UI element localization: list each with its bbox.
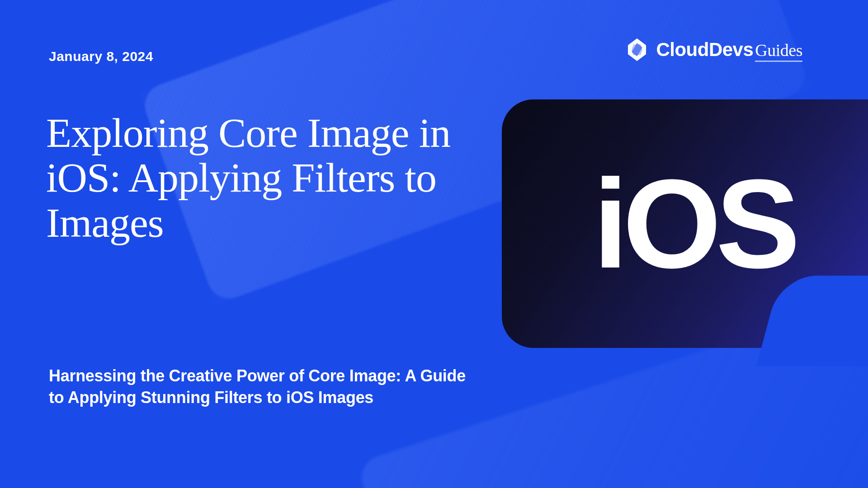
ios-badge-card: iOS — [502, 99, 868, 348]
brand-logo: CloudDevsGuides — [623, 36, 802, 63]
brand-text: CloudDevs — [656, 39, 753, 60]
ios-label: iOS — [593, 151, 795, 296]
publish-date: January 8, 2024 — [49, 49, 153, 64]
page-title: Exploring Core Image in iOS: Applying Fi… — [46, 111, 498, 245]
brand-suffix: Guides — [755, 41, 802, 62]
brand-name: CloudDevsGuides — [656, 39, 802, 61]
clouddevs-icon — [623, 36, 651, 63]
page-subtitle: Harnessing the Creative Power of Core Im… — [49, 365, 469, 409]
